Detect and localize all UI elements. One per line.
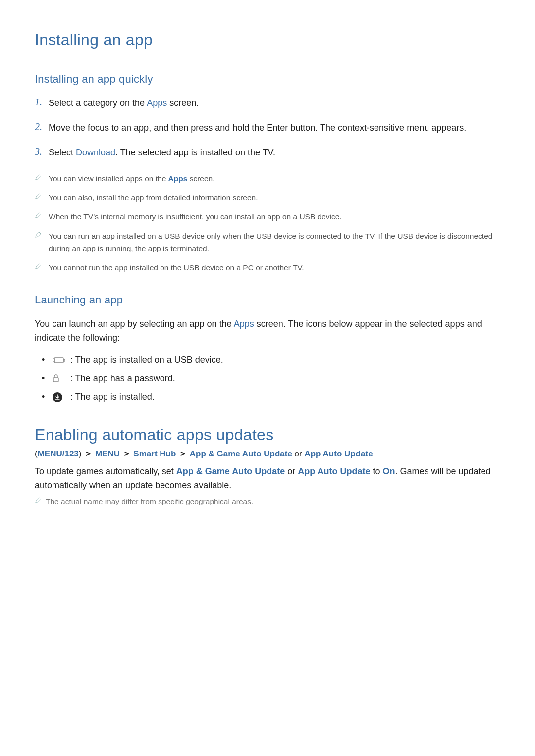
svg-rect-2: [63, 359, 65, 361]
note-text: You can view installed apps on the Apps …: [49, 173, 214, 185]
step-item: 2. Move the focus to an app, and then pr…: [35, 121, 500, 135]
note-item: When the TV's internal memory is insuffi…: [35, 211, 500, 223]
step-number: 2.: [35, 121, 49, 133]
crumb-appauto[interactable]: App Auto Update: [304, 449, 373, 458]
pen-icon: [35, 211, 49, 221]
pen-icon: [35, 262, 49, 272]
text-fragment: Select: [49, 148, 76, 157]
subheading-launching: Launching an app: [35, 294, 500, 306]
pen-icon: [35, 230, 49, 240]
text-fragment: . The selected app is installed on the T…: [115, 148, 275, 157]
svg-rect-1: [53, 359, 54, 362]
note-item: You can view installed apps on the Apps …: [35, 173, 500, 185]
pen-icon: [35, 496, 46, 505]
text-fragment: screen.: [167, 98, 199, 108]
text-fragment: or: [292, 449, 305, 458]
text-fragment: You can view installed apps on the: [49, 174, 168, 183]
step-text: Select Download. The selected app is ins…: [49, 146, 275, 160]
bullet-text: : The app is installed on a USB device.: [70, 355, 223, 365]
on-link[interactable]: On: [383, 466, 395, 476]
notes-list: You can view installed apps on the Apps …: [35, 173, 500, 274]
note-text: You can also, install the app from detai…: [49, 192, 258, 204]
svg-rect-0: [54, 358, 63, 363]
text-fragment: Select a category on the: [49, 98, 147, 108]
text-fragment: to: [371, 466, 383, 476]
apps-link[interactable]: Apps: [168, 174, 188, 183]
bullet-text: : The app is installed.: [70, 392, 155, 402]
crumb-menu[interactable]: MENU: [95, 449, 120, 458]
list-item: : The app is installed on a USB device.: [53, 355, 500, 365]
pen-icon: [35, 192, 49, 202]
note-text: You cannot run the app installed on the …: [49, 262, 304, 274]
step-text: Move the focus to an app, and then press…: [49, 121, 466, 135]
page-title: Installing an app: [35, 31, 500, 49]
icon-bullets: : The app is installed on a USB device. …: [35, 355, 500, 402]
step-number: 1.: [35, 97, 49, 108]
crumb-menu123[interactable]: MENU/123: [38, 449, 79, 458]
steps-list: 1. Select a category on the Apps screen.…: [35, 97, 500, 160]
list-item: : The app is installed.: [53, 392, 500, 402]
crumb-appgame[interactable]: App & Game Auto Update: [190, 449, 292, 458]
text-fragment: or: [285, 466, 298, 476]
step-item: 3. Select Download. The selected app is …: [35, 146, 500, 160]
section-title-updates: Enabling automatic apps updates: [35, 426, 500, 444]
pen-icon: [35, 173, 49, 183]
appauto-link[interactable]: App Auto Update: [298, 466, 370, 476]
subheading-install-quick: Installing an app quickly: [35, 73, 500, 86]
crumb-smarthub[interactable]: Smart Hub: [133, 449, 176, 458]
paren: ): [79, 449, 82, 458]
chevron-right-icon: >: [124, 449, 129, 458]
step-item: 1. Select a category on the Apps screen.: [35, 97, 500, 110]
download-link[interactable]: Download: [76, 148, 115, 157]
text-fragment: You can launch an app by selecting an ap…: [35, 319, 234, 329]
bullet-text: : The app has a password.: [70, 373, 175, 384]
footnote: The actual name may differ from specific…: [35, 496, 500, 508]
breadcrumb: (MENU/123) > MENU > Smart Hub > App & Ga…: [35, 449, 500, 459]
usb-icon: [53, 356, 70, 364]
lock-icon: [53, 374, 70, 383]
svg-rect-3: [54, 378, 58, 382]
text-fragment: To update games automatically, set: [35, 466, 176, 476]
text-fragment: screen.: [187, 174, 214, 183]
apps-link[interactable]: Apps: [234, 319, 254, 329]
step-number: 3.: [35, 146, 49, 157]
note-item: You can run an app installed on a USB de…: [35, 230, 500, 255]
launching-intro: You can launch an app by selecting an ap…: [35, 317, 500, 345]
step-text: Select a category on the Apps screen.: [49, 97, 199, 110]
download-icon: [53, 392, 70, 402]
footnote-text: The actual name may differ from specific…: [46, 496, 253, 508]
apps-link[interactable]: Apps: [147, 98, 167, 108]
appgame-link[interactable]: App & Game Auto Update: [176, 466, 285, 476]
updates-body: To update games automatically, set App &…: [35, 465, 500, 493]
note-item: You can also, install the app from detai…: [35, 192, 500, 204]
note-text: When the TV's internal memory is insuffi…: [49, 211, 342, 223]
note-text: You can run an app installed on a USB de…: [49, 230, 500, 255]
note-item: You cannot run the app installed on the …: [35, 262, 500, 274]
list-item: : The app has a password.: [53, 373, 500, 384]
chevron-right-icon: >: [86, 449, 91, 458]
chevron-right-icon: >: [180, 449, 185, 458]
